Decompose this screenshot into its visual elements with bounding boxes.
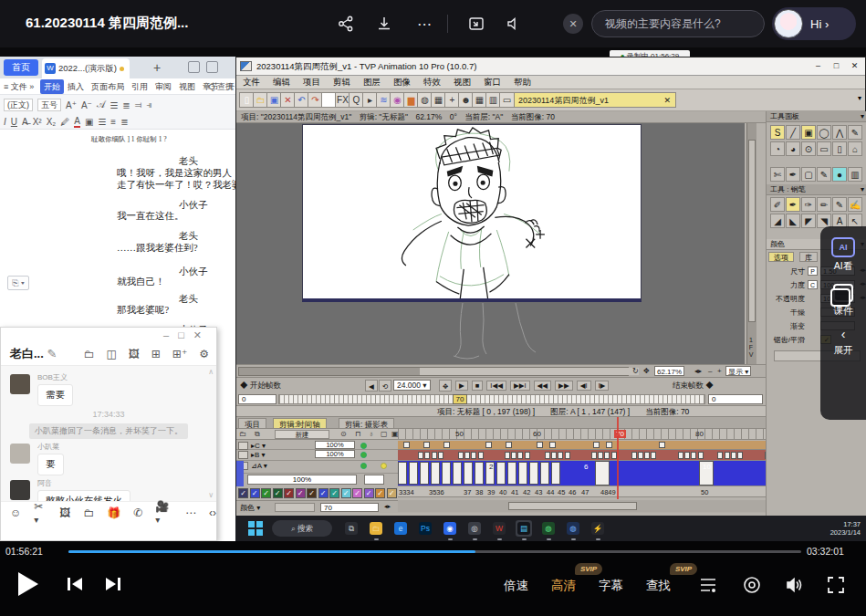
track-b-cell[interactable]: [691, 452, 696, 459]
current-frame-field[interactable]: 70: [320, 503, 379, 512]
track-a-cell[interactable]: [453, 462, 462, 485]
tool-crop-icon[interactable]: ▯: [832, 141, 847, 156]
add-window-icon[interactable]: ⊞⁺: [172, 348, 187, 360]
track-b-cell[interactable]: [631, 452, 637, 459]
control-查找-button[interactable]: 查找: [646, 578, 671, 594]
screenshot-icon[interactable]: ✂▾: [34, 500, 47, 526]
mode-pen-mode-icon[interactable]: ✒: [786, 167, 800, 182]
track-b-cell[interactable]: [471, 452, 476, 459]
layer-a-color-box[interactable]: [364, 475, 384, 485]
color-tag-checkbox[interactable]: ✓: [261, 488, 271, 498]
track-c-cell[interactable]: [593, 442, 600, 448]
tool-transform-icon[interactable]: ⌂: [848, 141, 862, 156]
tvpaint-titlebar[interactable]: 20230114第四周范例_v1 - TVP Animation 10 Pro …: [236, 57, 865, 76]
tool-magnifier-icon[interactable]: ⊙: [801, 141, 816, 156]
brush-pen-6-icon[interactable]: ✍: [848, 197, 862, 212]
scroll-up-chevron[interactable]: ∧: [208, 368, 214, 376]
chat-window-controls[interactable]: –□✕: [163, 329, 211, 341]
wps-window-button-1[interactable]: [188, 61, 200, 73]
mode-paint-mode-icon[interactable]: ●: [832, 167, 847, 182]
app-green-ring-taskbar-icon[interactable]: ◍: [540, 520, 557, 537]
field-badge-0[interactable]: P: [808, 266, 818, 276]
subscript-icon[interactable]: X₂: [47, 117, 57, 127]
track-b-cell[interactable]: [651, 452, 656, 459]
align-right-icon[interactable]: ≣: [120, 117, 128, 127]
fit-view-icon[interactable]: ✥: [643, 366, 650, 376]
wechat-taskbar-icon[interactable]: ◉: [442, 520, 458, 537]
avatar[interactable]: [10, 480, 30, 500]
ai-search-input[interactable]: 视频的主要内容是什么?: [591, 10, 765, 37]
wps-doc-tab[interactable]: W 2022...(演示版): [42, 58, 130, 78]
highlight-icon[interactable]: 🖉: [60, 117, 69, 127]
brush-brush-2-icon[interactable]: ◣: [786, 214, 800, 228]
paste-options-float[interactable]: ⎘ ▾: [7, 276, 29, 290]
layer-visible-dot[interactable]: [360, 463, 367, 469]
wps-ribbon-tab-4[interactable]: 审阅: [151, 78, 175, 95]
tvp-menu-3[interactable]: 剪辑: [327, 76, 357, 89]
mode-picker-icon[interactable]: ✎: [817, 167, 831, 182]
lightbulb-icon[interactable]: ♁: [369, 430, 374, 438]
play-button[interactable]: [18, 572, 38, 596]
tvp-menu-8[interactable]: 窗口: [477, 76, 507, 89]
pan-tool-icon[interactable]: ✥: [439, 380, 452, 392]
app-blue-ring-taskbar-icon[interactable]: ◍: [565, 520, 581, 537]
tool-pan-icon[interactable]: ▭: [817, 141, 831, 156]
transport-fast-forward-button[interactable]: ▶▶: [555, 381, 573, 391]
tvp-menu-0[interactable]: 文件: [236, 76, 266, 89]
prev-episode-button[interactable]: [66, 576, 84, 592]
indent-icon-1[interactable]: ⫤: [135, 99, 142, 110]
zoom-in-button[interactable]: +: [717, 366, 722, 376]
track-a-cell[interactable]: [540, 462, 549, 485]
tool-pencil-icon[interactable]: S: [770, 125, 785, 140]
layer-opacity[interactable]: 100%: [315, 441, 355, 449]
tvp-menu-1[interactable]: 编辑: [266, 76, 297, 89]
timeline-scroll-thumb[interactable]: [508, 502, 637, 510]
underline-icon[interactable]: U: [11, 117, 17, 127]
close-button[interactable]: ✕: [848, 60, 861, 73]
avatar[interactable]: [10, 374, 30, 394]
apps-grid-icon[interactable]: ⊞: [151, 348, 161, 360]
wps-find-button[interactable]: Q 查找: [208, 81, 234, 93]
wps-window-button-2[interactable]: [206, 61, 218, 73]
toolbar-overflow-icon[interactable]: ▾: [858, 94, 861, 102]
layers-icon[interactable]: ⧉: [255, 430, 260, 439]
indent-icon-2[interactable]: ⫣: [146, 99, 151, 110]
list-icon-2[interactable]: ≣: [122, 100, 130, 110]
control-高清-button[interactable]: 高清: [551, 578, 576, 594]
track-b-cell[interactable]: [644, 452, 650, 459]
tool-lasso-icon[interactable]: ◔: [770, 141, 785, 156]
track-c-cell[interactable]: [549, 442, 556, 448]
track-c-cell[interactable]: [659, 442, 665, 448]
download-button[interactable]: [372, 12, 396, 36]
font-color-icon[interactable]: A: [74, 116, 80, 128]
zoom-value[interactable]: 62.17%: [654, 366, 684, 376]
avatar[interactable]: [10, 444, 30, 464]
track-c-cell[interactable]: [606, 442, 612, 448]
taskbar-clock[interactable]: 17:37 2023/1/14: [830, 520, 861, 537]
mode-gradient-icon[interactable]: ▥: [848, 167, 862, 182]
drawing-page[interactable]: [302, 124, 642, 302]
track-b-cell[interactable]: [464, 452, 470, 459]
lock-icon[interactable]: ⊓: [355, 430, 360, 438]
track-b-cell[interactable]: [511, 452, 516, 459]
rotate-reset-icon[interactable]: ↻: [632, 366, 639, 376]
progress-bar[interactable]: [68, 550, 801, 553]
track-b-cell[interactable]: [591, 452, 597, 459]
font-smaller-icon[interactable]: A⁻: [81, 100, 92, 110]
brush-brush-1-icon[interactable]: ◢: [770, 214, 785, 228]
mode-frame-mode-icon[interactable]: ▢: [801, 167, 816, 182]
brush-pen-5-icon[interactable]: ✎: [832, 197, 847, 212]
wps-ribbon-tab-5[interactable]: 视图: [175, 78, 199, 95]
track-b-cell[interactable]: [458, 452, 464, 459]
track-b-cell[interactable]: [565, 452, 570, 459]
track-b-cell[interactable]: [678, 452, 683, 459]
canvas-area[interactable]: [236, 123, 745, 364]
send-file-icon[interactable]: 🗀: [83, 506, 94, 519]
color-tag-checkbox[interactable]: ✓: [273, 488, 283, 498]
project-tab[interactable]: 20230114第四周范例_v1✕: [512, 92, 676, 108]
field-badge-1[interactable]: C: [808, 280, 818, 289]
message-bubble[interactable]: 憨憨小伙在线发火: [37, 490, 130, 501]
track-b-cell[interactable]: [731, 452, 736, 459]
brush-brush-3-icon[interactable]: ◤: [801, 214, 816, 228]
track-b-cell[interactable]: [432, 452, 437, 459]
